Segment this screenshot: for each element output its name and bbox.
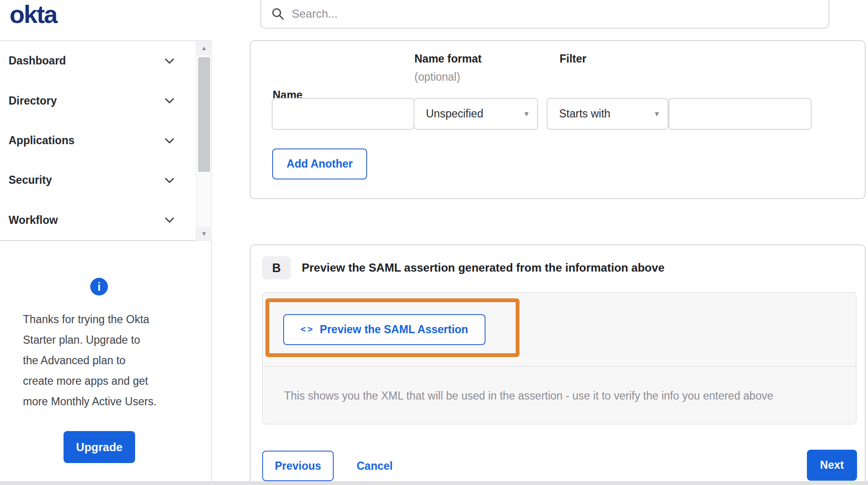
annotation-highlight-box: [265, 298, 519, 357]
name-format-hint: (optional): [414, 71, 460, 84]
sidebar-item-label: Security: [9, 174, 52, 187]
trial-notice: Thanks for trying the Okta Starter plan.…: [23, 309, 185, 412]
preview-assertion-card: B Preview the SAML assertion generated f…: [250, 244, 866, 485]
chevron-down-icon: [165, 138, 174, 144]
preview-description: This shows you the XML that will be used…: [284, 367, 847, 425]
sidebar-item-workflow[interactable]: Workflow: [0, 200, 212, 240]
sidebar-item-security[interactable]: Security: [0, 160, 212, 200]
step-heading: Preview the SAML assertion generated fro…: [302, 256, 665, 279]
sidebar-scrollbar: ▲ ▼: [196, 41, 212, 241]
upgrade-button[interactable]: Upgrade: [64, 431, 135, 463]
trial-notice-line: create more apps and get: [23, 371, 185, 391]
preview-panel: <> Preview the SAML Assertion This shows…: [262, 292, 857, 424]
sidebar-item-label: Applications: [9, 134, 74, 147]
trial-notice-line: the Advanced plan to: [23, 350, 185, 371]
name-format-select[interactable]: Unspecified ▾: [413, 98, 538, 130]
filter-value-input[interactable]: [668, 98, 812, 130]
previous-button[interactable]: Previous: [262, 451, 334, 481]
add-another-button[interactable]: Add Another: [272, 148, 367, 179]
sidebar-nav: Dashboard Directory Applications Securit…: [0, 40, 212, 241]
sidebar-item-dashboard[interactable]: Dashboard: [0, 41, 212, 81]
caret-down-icon: ▾: [524, 109, 529, 119]
filter-type-select[interactable]: Starts with ▾: [547, 98, 668, 130]
chevron-down-icon: [165, 58, 174, 64]
attribute-name-input[interactable]: [272, 98, 414, 130]
filter-column-label: Filter: [560, 53, 586, 65]
sidebar-item-label: Dashboard: [9, 54, 66, 67]
scrollbar-up-arrow[interactable]: ▲: [196, 41, 212, 55]
trial-notice-line: more Monthly Active Users.: [23, 391, 185, 412]
global-search[interactable]: [260, 0, 829, 29]
chevron-down-icon: [165, 98, 174, 104]
sidebar-item-applications[interactable]: Applications: [0, 121, 212, 160]
cancel-link[interactable]: Cancel: [357, 451, 392, 481]
search-icon: [272, 8, 284, 20]
sidebar-item-directory[interactable]: Directory: [0, 81, 212, 120]
okta-logo[interactable]: okta: [10, 0, 57, 29]
next-button[interactable]: Next: [807, 450, 857, 481]
filter-type-value: Starts with: [559, 107, 655, 120]
attribute-statements-card: Name Name format (optional) Filter Unspe…: [250, 40, 866, 199]
scrollbar-down-arrow[interactable]: ▼: [196, 227, 212, 241]
window-bottom-edge: [0, 481, 868, 485]
chevron-down-icon: [165, 178, 174, 183]
chevron-down-icon: [165, 217, 174, 223]
trial-notice-line: Thanks for trying the Okta: [23, 309, 185, 330]
search-input[interactable]: [292, 7, 793, 21]
info-icon: i: [90, 278, 108, 295]
sidebar-item-label: Workflow: [9, 214, 58, 227]
caret-down-icon: ▾: [655, 109, 659, 119]
name-format-value: Unspecified: [426, 107, 524, 120]
step-badge: B: [262, 256, 291, 279]
scrollbar-thumb[interactable]: [198, 57, 210, 172]
sidebar-item-label: Directory: [9, 95, 57, 107]
name-format-column-label: Name format: [414, 53, 482, 65]
trial-notice-line: Starter plan. Upgrade to: [23, 330, 185, 350]
